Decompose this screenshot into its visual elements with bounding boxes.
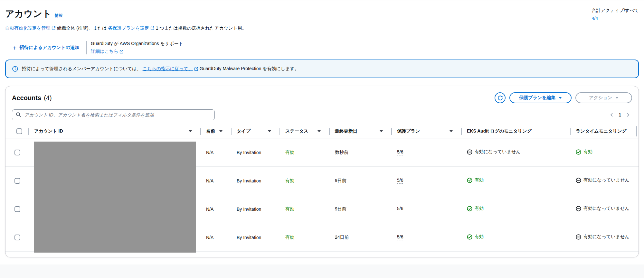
protection-plans-popover[interactable]: 5/6 xyxy=(397,178,403,184)
page-subtitle: 自動有効化設定を管理 組織全体 (推奨)、または 各保護プランを設定 1 つまた… xyxy=(5,25,639,31)
table-toolbar: 1 xyxy=(5,109,639,120)
column-header-eks-audit: EKS Audit ログのモニタリング xyxy=(461,125,570,138)
cell-name: N/A xyxy=(200,235,231,240)
sort-caret-icon xyxy=(219,130,223,132)
eks-audit-status: 有効 xyxy=(467,206,484,211)
column-label: 保護プラン xyxy=(397,128,420,134)
column-label: 名前 xyxy=(206,128,215,134)
edit-protection-plans-button[interactable]: 保護プランを編集 xyxy=(509,92,572,103)
subtitle-text-tail: 1 つまたは複数の選択されたアカウント用。 xyxy=(156,25,247,31)
protection-plans-popover[interactable]: 5/6 xyxy=(397,206,403,212)
column-label: ランタイムモニタリング xyxy=(576,128,627,134)
select-all-checkbox[interactable] xyxy=(16,128,22,134)
cell-type: By Invitation xyxy=(231,150,279,155)
protection-plans-popover[interactable]: 5/6 xyxy=(397,234,403,240)
external-link-icon xyxy=(150,26,155,30)
cell-last-updated: 9日前 xyxy=(329,206,391,212)
add-account-by-invitation-button[interactable]: + 招待によるアカウントの追加 xyxy=(13,41,86,54)
learn-more-link[interactable]: 詳細はこちら xyxy=(91,49,183,54)
column-label: タイプ xyxy=(237,128,251,134)
runtime-status: 有効になっていません xyxy=(576,206,630,211)
pagination: 1 xyxy=(610,112,632,117)
minus-circle-icon xyxy=(467,149,472,155)
page-number[interactable]: 1 xyxy=(619,112,621,117)
cell-status: 有効 xyxy=(279,235,329,240)
configure-protection-plans-label: 各保護プランを設定 xyxy=(108,25,149,31)
actions-button[interactable]: アクション xyxy=(575,92,632,103)
chevron-left-icon[interactable] xyxy=(610,113,613,117)
status-label: 有効 xyxy=(475,234,484,240)
column-header-protection-plans[interactable]: 保護プラン xyxy=(391,125,461,138)
actions-label: アクション xyxy=(589,95,612,101)
cell-name: N/A xyxy=(200,207,231,212)
subtitle-text-mid: 組織全体 (推奨)、または xyxy=(57,25,107,31)
row-checkbox[interactable] xyxy=(14,178,20,184)
eks-audit-status: 有効になっていません xyxy=(467,149,521,155)
eks-audit-status: 有効 xyxy=(467,177,484,183)
eks-audit-status: 有効 xyxy=(467,234,484,240)
accounts-count: (4) xyxy=(44,94,52,102)
sort-caret-icon xyxy=(268,130,271,132)
column-label: 最終更新日 xyxy=(335,128,357,134)
redacted-account-ids xyxy=(34,142,196,253)
column-header-type[interactable]: タイプ xyxy=(231,125,279,138)
alert-instructions-link[interactable]: こちらの指示に従って、 xyxy=(143,66,193,72)
summary-value-link[interactable]: 4/4 xyxy=(592,16,639,21)
row-checkbox[interactable] xyxy=(14,235,20,240)
caret-down-icon xyxy=(559,97,562,99)
page-header: アカウント 情報 合計アクティブ/すべて 4/4 xyxy=(5,0,639,21)
protection-plans-popover[interactable]: 5/6 xyxy=(397,149,403,155)
status-label: 有効になっていません xyxy=(583,206,630,211)
column-header-runtime-monitoring: ランタイムモニタリング xyxy=(570,125,639,138)
row-checkbox[interactable] xyxy=(14,206,20,212)
check-circle-icon xyxy=(467,178,472,183)
cell-last-updated: 24日前 xyxy=(329,235,391,240)
column-header-account-id[interactable]: アカウント ID xyxy=(28,125,200,138)
cell-type: By Invitation xyxy=(231,235,279,240)
row-checkbox[interactable] xyxy=(14,150,20,155)
search-input[interactable] xyxy=(12,109,215,120)
cell-last-updated: 数秒前 xyxy=(329,150,391,155)
sort-caret-icon xyxy=(450,130,453,132)
refresh-icon xyxy=(497,95,503,101)
info-icon xyxy=(12,66,18,72)
scrollbar-thumb[interactable] xyxy=(636,126,637,136)
alert-text-before: 招待によって管理されるメンバーアカウントについては、 xyxy=(22,66,141,72)
refresh-button[interactable] xyxy=(495,92,506,103)
column-header-status[interactable]: ステータス xyxy=(279,125,329,138)
search-icon xyxy=(16,112,21,117)
add-account-label: 招待によるアカウントの追加 xyxy=(20,45,79,51)
sort-caret-icon xyxy=(317,130,321,132)
external-link-icon[interactable] xyxy=(194,67,198,71)
page-background-strip xyxy=(0,264,644,278)
accounts-title: Accounts xyxy=(12,94,41,102)
table-header-row: アカウント ID 名前 タイプ ステータス 最終更新日 xyxy=(5,125,639,138)
info-link[interactable]: 情報 xyxy=(55,13,62,18)
caret-down-icon xyxy=(615,97,619,99)
runtime-status: 有効になっていません xyxy=(576,234,630,240)
manage-auto-enable-link[interactable]: 自動有効化設定を管理 xyxy=(5,25,56,31)
table-body: N/A By Invitation 有効 数秒前 5/6 有効になっていません … xyxy=(5,138,639,252)
column-label: EKS Audit ログのモニタリング xyxy=(467,128,532,134)
status-label: 有効 xyxy=(583,149,592,155)
cell-status: 有効 xyxy=(279,178,329,184)
status-label: 有効になっていません xyxy=(475,149,521,155)
runtime-status: 有効 xyxy=(576,149,592,155)
chevron-right-icon[interactable] xyxy=(626,113,630,117)
sort-caret-icon xyxy=(189,130,192,132)
cell-last-updated: 9日前 xyxy=(329,178,391,184)
cell-type: By Invitation xyxy=(231,178,279,183)
alert-instructions-label: こちらの指示に従って、 xyxy=(143,66,193,72)
column-header-last-updated[interactable]: 最終更新日 xyxy=(329,125,391,138)
column-header-name[interactable]: 名前 xyxy=(200,125,231,138)
cell-status: 有効 xyxy=(279,150,329,155)
learn-more-label: 詳細はこちら xyxy=(91,49,118,54)
cell-name: N/A xyxy=(200,178,231,183)
configure-protection-plans-link[interactable]: 各保護プランを設定 xyxy=(108,25,155,31)
account-summary: 合計アクティブ/すべて 4/4 xyxy=(592,8,639,21)
sort-caret-icon xyxy=(380,130,383,132)
alert-text-after: GuardDuty Malware Protection を有効にします。 xyxy=(200,66,299,72)
column-label: アカウント ID xyxy=(34,128,63,134)
plus-icon: + xyxy=(13,45,16,51)
manage-auto-enable-label: 自動有効化設定を管理 xyxy=(5,25,50,31)
